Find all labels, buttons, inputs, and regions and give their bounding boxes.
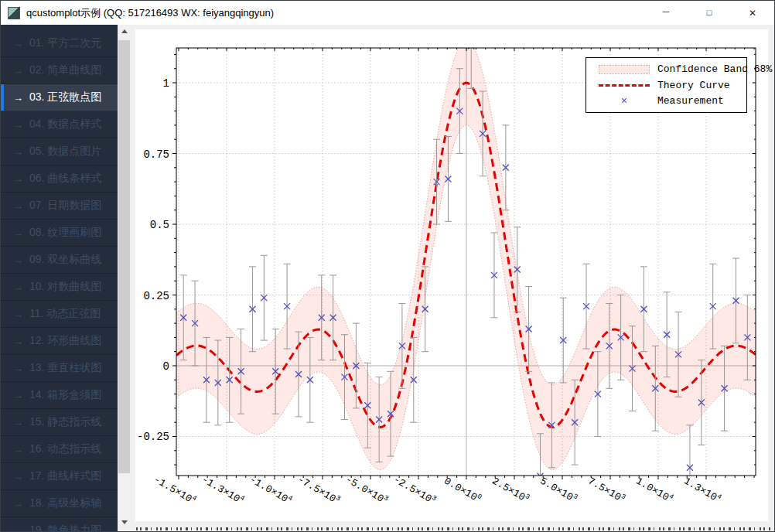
legend-label: Theory Curve <box>657 80 730 91</box>
svg-text:-1.3×104: -1.3×104 <box>200 473 246 507</box>
sidebar-item-label: 04. 数据点样式 <box>29 118 101 131</box>
sidebar-item-10[interactable]: →10. 对数曲线图 <box>1 274 118 301</box>
arrow-icon: → <box>13 119 23 131</box>
title-bar: qcustomplot示例 (QQ: 517216493 WX: feiyang… <box>1 1 774 25</box>
sidebar: →01. 平方二次元→02. 简单曲线图→03. 正弦散点图→04. 数据点样式… <box>1 25 118 531</box>
arrow-icon: → <box>13 498 23 510</box>
sidebar-item-09[interactable]: →09. 双坐标曲线 <box>1 247 118 274</box>
sidebar-item-label: 07. 日期数据图 <box>29 199 101 213</box>
svg-text:5.0×103: 5.0×103 <box>538 475 579 506</box>
scroll-down-button[interactable] <box>118 516 131 529</box>
sidebar-item-02[interactable]: →02. 简单曲线图 <box>1 57 118 84</box>
sidebar-item-label: 06. 曲线条样式 <box>29 172 101 186</box>
sidebar-item-18[interactable]: →18. 高级坐标轴 <box>1 490 118 517</box>
arrow-icon: → <box>13 38 23 49</box>
arrow-icon: → <box>13 525 23 532</box>
minimize-button[interactable]: ─ <box>644 1 688 25</box>
plot-widget: -1.5×104-1.3×104-1.0×104-7.5×103-5.0×103… <box>135 29 768 521</box>
app-icon <box>8 7 20 19</box>
maximize-icon: □ <box>707 9 712 17</box>
chevron-up-icon <box>121 29 128 33</box>
sidebar-item-label: 16. 动态指示线 <box>29 442 101 456</box>
legend-label: Measurement <box>657 95 724 107</box>
svg-text:1.3×104: 1.3×104 <box>681 475 722 506</box>
arrow-icon: → <box>13 227 23 239</box>
legend: Confidence Band 68%Theory Curve×Measurem… <box>586 57 747 113</box>
sidebar-item-label: 09. 双坐标曲线 <box>29 253 101 267</box>
sidebar-item-01[interactable]: →01. 平方二次元 <box>1 30 118 57</box>
svg-text:0: 0 <box>163 360 169 373</box>
sidebar-item-06[interactable]: →06. 曲线条样式 <box>1 165 118 193</box>
arrow-icon: → <box>13 417 23 428</box>
x-marker-swatch: × <box>591 96 657 107</box>
dashed-line-swatch <box>591 84 657 87</box>
band-swatch <box>591 65 657 74</box>
sidebar-item-08[interactable]: →08. 纹理画刷图 <box>1 220 118 247</box>
sidebar-item-label: 05. 数据点图片 <box>29 145 101 159</box>
svg-text:-5.0×103: -5.0×103 <box>343 473 390 507</box>
sidebar-item-14[interactable]: →14. 箱形盒须图 <box>1 382 118 409</box>
app-window: qcustomplot示例 (QQ: 517216493 WX: feiyang… <box>0 0 775 532</box>
svg-text:1.0×104: 1.0×104 <box>633 475 674 506</box>
sidebar-item-11[interactable]: →11. 动态正弦图 <box>1 301 118 328</box>
sidebar-item-label: 11. 动态正弦图 <box>29 307 101 321</box>
arrow-icon: → <box>13 444 23 455</box>
close-button[interactable]: ✕ <box>731 1 774 25</box>
sidebar-item-17[interactable]: →17. 曲线样式图 <box>1 463 118 490</box>
arrow-icon: → <box>13 390 23 401</box>
y-tick-labels: 10.750.50.250-0.25 <box>137 77 169 443</box>
x-tick-labels: -1.5×104-1.3×104-1.0×104-7.5×103-5.0×103… <box>152 473 723 507</box>
scroll-up-button[interactable] <box>118 25 131 38</box>
main-area: -1.5×104-1.3×104-1.0×104-7.5×103-5.0×103… <box>131 25 774 531</box>
caption-buttons: ─ □ ✕ <box>644 1 774 25</box>
sidebar-item-04[interactable]: →04. 数据点样式 <box>1 111 118 138</box>
sidebar-item-label: 19. 颜色热力图 <box>29 523 101 531</box>
sidebar-item-label: 08. 纹理画刷图 <box>29 226 101 240</box>
arrow-icon: → <box>13 363 23 374</box>
arrow-icon: → <box>13 336 23 347</box>
arrow-icon: → <box>13 146 23 158</box>
sidebar-item-12[interactable]: →12. 环形曲线图 <box>1 328 118 355</box>
svg-text:-1.0×104: -1.0×104 <box>248 473 294 507</box>
sidebar-item-label: 17. 曲线样式图 <box>29 469 101 483</box>
svg-text:0.5: 0.5 <box>150 219 169 231</box>
sidebar-item-label: 03. 正弦散点图 <box>29 90 101 104</box>
close-icon: ✕ <box>749 9 756 18</box>
minimize-icon: ─ <box>663 7 670 16</box>
window-title: qcustomplot示例 (QQ: 517216493 WX: feiyang… <box>26 6 274 20</box>
clipped-text-row <box>136 527 770 530</box>
svg-text:-2.5×103: -2.5×103 <box>391 473 438 507</box>
sidebar-item-label: 13. 垂直柱状图 <box>29 361 101 375</box>
svg-text:-1.5×104: -1.5×104 <box>152 473 198 507</box>
sidebar-item-07[interactable]: →07. 日期数据图 <box>1 193 118 220</box>
sidebar-item-15[interactable]: →15. 静态指示线 <box>1 409 118 436</box>
arrow-icon: → <box>13 281 23 293</box>
sidebar-item-05[interactable]: →05. 数据点图片 <box>1 138 118 165</box>
scrollbar-thumb[interactable] <box>118 40 130 473</box>
svg-text:0.75: 0.75 <box>143 148 169 161</box>
sidebar-item-16[interactable]: →16. 动态指示线 <box>1 436 118 463</box>
legend-entry: Confidence Band 68% <box>591 62 742 77</box>
sidebar-item-label: 02. 简单曲线图 <box>29 63 101 77</box>
sidebar-item-label: 10. 对数曲线图 <box>29 280 101 294</box>
arrow-icon: → <box>13 200 23 212</box>
maximize-button[interactable]: □ <box>688 1 731 25</box>
legend-entry: ×Measurement <box>591 94 742 108</box>
svg-text:-7.5×103: -7.5×103 <box>295 473 342 507</box>
sidebar-item-label: 18. 高级坐标轴 <box>29 496 101 510</box>
svg-text:7.5×103: 7.5×103 <box>586 475 626 506</box>
sidebar-item-label: 12. 环形曲线图 <box>29 334 101 348</box>
sidebar-item-13[interactable]: →13. 垂直柱状图 <box>1 355 118 382</box>
arrow-icon: → <box>13 309 23 320</box>
arrow-icon: → <box>13 471 23 483</box>
sidebar-item-03[interactable]: →03. 正弦散点图 <box>1 84 118 111</box>
arrow-icon: → <box>13 65 23 77</box>
sidebar-item-label: 01. 平方二次元 <box>29 36 101 50</box>
legend-label: Confidence Band 68% <box>657 63 772 75</box>
sidebar-item-19[interactable]: →19. 颜色热力图 <box>1 517 118 531</box>
sidebar-item-label: 15. 静态指示线 <box>29 415 101 429</box>
svg-text:-0.25: -0.25 <box>137 431 169 443</box>
svg-text:2.5×103: 2.5×103 <box>490 475 531 506</box>
sidebar-item-label: 14. 箱形盒须图 <box>29 388 101 402</box>
sidebar-scrollbar[interactable] <box>118 25 131 529</box>
